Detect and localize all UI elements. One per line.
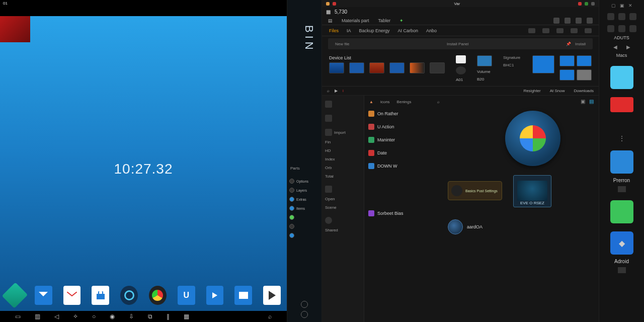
rail-icon[interactable] [629,25,636,32]
list-item[interactable]: DOWN W [367,162,442,171]
nav-compass-icon[interactable]: ✧ [73,313,78,320]
list-item[interactable]: Maninter [367,135,442,144]
nav-voice-icon[interactable]: ◉ [110,313,115,320]
side-item[interactable]: Index [325,156,361,163]
tool-icon[interactable] [585,28,592,33]
mid-item[interactable] [289,233,319,238]
dot-icon[interactable] [591,2,595,6]
dot-icon[interactable] [585,2,588,6]
nav-link-icon[interactable]: ⧉ [148,313,152,320]
side-item[interactable] [325,114,361,123]
side-item[interactable]: Fin [325,139,361,145]
dock-store[interactable] [92,286,109,305]
nav-home-icon[interactable]: ○ [92,313,96,320]
close-icon[interactable] [578,2,582,6]
menu-item[interactable]: Materials part [342,18,369,23]
side-item[interactable]: Import [325,128,361,137]
side-item[interactable]: Orb [325,165,361,171]
tool-icon[interactable] [571,28,578,33]
dock-app-u[interactable]: U [178,286,195,305]
dock-files[interactable] [234,286,252,305]
side-item[interactable]: Scene [325,204,361,211]
thumb[interactable] [389,62,405,73]
mid-dot-icon[interactable] [301,311,308,318]
nav-tasks-icon[interactable]: ▥ [35,313,40,320]
thumb[interactable] [329,62,344,73]
tab-ia[interactable]: IA [347,28,351,33]
record-icon[interactable] [456,66,466,74]
dock-mail[interactable] [63,286,81,305]
badge-eve[interactable]: EVE O RSEZ [513,175,551,207]
side-item[interactable] [325,100,361,109]
dock-video[interactable] [206,286,224,305]
side-item[interactable] [325,185,361,194]
next-icon[interactable]: ▶ [626,44,630,50]
play-icon[interactable]: ▶ [335,89,338,93]
subbar-link[interactable]: Downloads [574,89,594,93]
thumb[interactable] [369,62,384,73]
rail-icon[interactable] [607,25,614,32]
menu-item[interactable]: Tabler [378,18,391,23]
preview-big[interactable] [532,55,554,73]
mid-item[interactable] [289,215,319,220]
tile-chat[interactable] [610,200,633,223]
rail-icon[interactable] [607,13,614,20]
tile-settings[interactable] [610,150,633,174]
panel-icon[interactable]: ▤ [589,99,594,104]
dock-browser-b[interactable] [149,286,167,305]
list-item[interactable]: Date [367,148,442,157]
menu-tool-icon[interactable] [587,18,593,24]
menu-tool-icon[interactable] [553,18,559,24]
min-icon[interactable] [326,2,330,6]
rail-min-icon[interactable]: ▢ [611,3,616,8]
tool-icon[interactable] [542,28,549,33]
tool-icon[interactable] [556,28,564,33]
list-item[interactable]: On Rather [367,109,442,118]
nav-back-icon[interactable]: ◁ [54,313,59,320]
tab-files[interactable]: Files [329,28,339,33]
dock-browser-a[interactable] [120,286,138,305]
rail-max-icon[interactable]: ▣ [620,3,624,8]
menu-icon[interactable]: ▤ [328,18,333,23]
info-icon[interactable]: i [343,89,344,93]
mid-item[interactable] [289,224,319,229]
subbar-link[interactable]: At Snow [550,89,565,93]
tab-icons[interactable]: ▲ [369,100,373,104]
tab[interactable]: Benings [397,100,412,104]
search-icon[interactable]: ⌕ [327,89,330,93]
thumb[interactable] [410,62,425,73]
tab[interactable]: icons [380,100,390,104]
menu-tool-icon[interactable] [565,18,571,24]
nav-down-icon[interactable]: ⇩ [129,313,134,320]
red-widget[interactable] [0,16,30,42]
menu-person-icon[interactable]: ✦ [399,18,404,23]
side-item[interactable]: Shared [325,227,361,233]
thumb[interactable] [349,62,364,73]
mid-item[interactable]: Extras [289,197,319,202]
badge-basics[interactable]: Basics Post Settings [448,181,502,200]
pin-icon[interactable]: 📌 [566,42,571,46]
side-item[interactable]: Open [325,196,361,202]
max-icon[interactable] [333,2,336,6]
dock-app-1[interactable] [2,282,28,308]
tab-backup[interactable]: Backup Energy [359,28,390,33]
nav-pause-icon[interactable]: ‖ [167,313,170,320]
nav-search-icon[interactable]: ⌕ [268,313,272,320]
dock-app-2[interactable] [35,286,52,305]
tile-share[interactable]: ◆ [610,231,633,255]
tab-anbo[interactable]: Anbo [426,28,437,33]
mid-item[interactable]: Items [289,206,319,211]
tab-carbon[interactable]: AI Carbon [398,28,419,33]
tool-icon[interactable] [528,28,535,33]
path-right[interactable]: Install [575,42,586,46]
rail-small[interactable] [618,186,626,192]
rail-icon[interactable] [618,13,625,20]
avatar[interactable] [448,219,463,234]
subbar-link[interactable]: Resighter [523,89,540,93]
nav-menu-icon[interactable]: ▭ [15,313,21,320]
expand-icon[interactable]: ▣ [581,99,585,104]
mid-item[interactable]: Options [289,179,319,184]
prev-icon[interactable]: ◀ [613,44,617,50]
side-item[interactable] [325,216,361,225]
thumb[interactable] [430,62,445,73]
